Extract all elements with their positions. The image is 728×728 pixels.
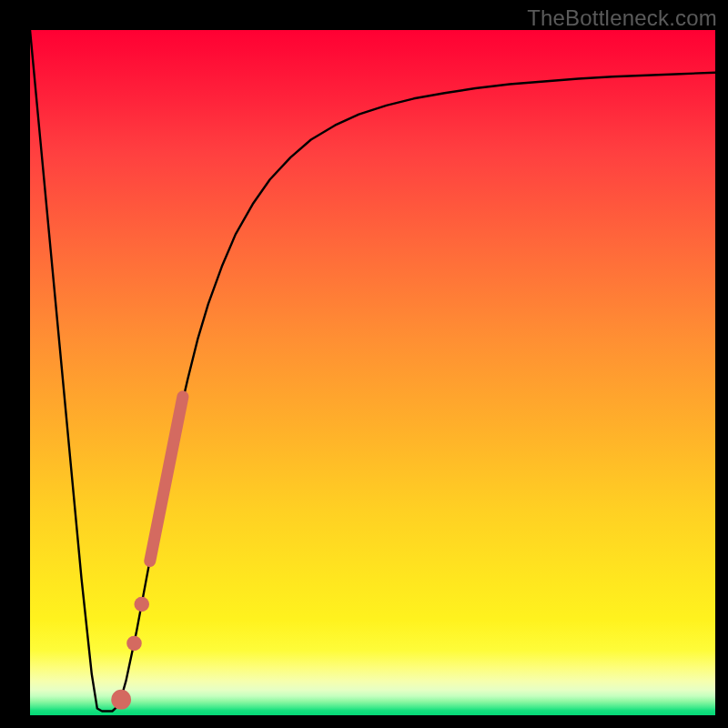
- chart-frame: TheBottleneck.com: [0, 0, 728, 728]
- marker-dot-2: [126, 636, 142, 652]
- bottleneck-curve: [30, 30, 715, 712]
- chart-svg: [30, 30, 715, 715]
- highlight-segment: [150, 397, 183, 561]
- marker-dot-3: [111, 690, 131, 710]
- marker-dot-1: [134, 597, 149, 612]
- plot-area: [30, 30, 715, 715]
- watermark-text: TheBottleneck.com: [527, 5, 717, 31]
